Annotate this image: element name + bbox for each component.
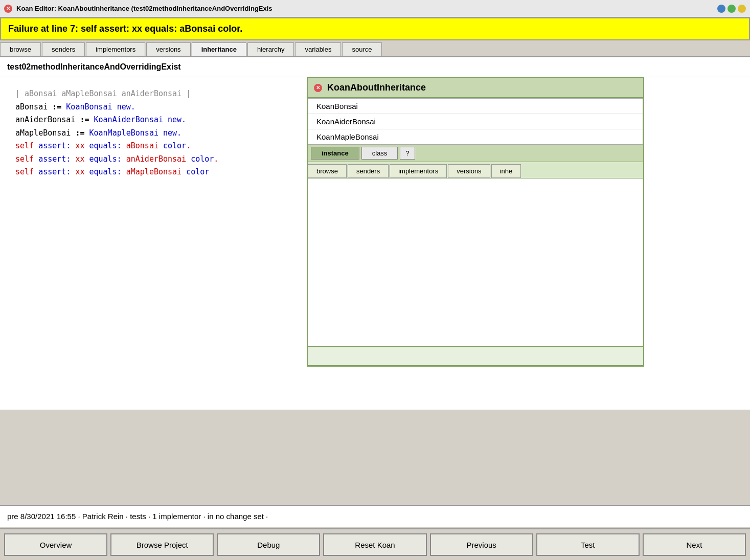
koan-about-inheritance-panel: ✕ KoanAboutInheritance KoanBonsai KoanAi… — [307, 77, 644, 367]
overview-button[interactable]: Overview — [4, 533, 107, 556]
next-button[interactable]: Next — [643, 533, 746, 556]
close-icon: ✕ — [6, 6, 10, 11]
code-line-4: aMapleBonsai := KoanMapleBonsai new. — [15, 127, 286, 140]
tab-versions[interactable]: versions — [146, 42, 190, 56]
class-button[interactable]: class — [361, 147, 398, 160]
tab-browse[interactable]: browse — [0, 42, 41, 56]
reset-koan-button[interactable]: Reset Koan — [323, 533, 426, 556]
class-list-item-koan-maple-bonsai[interactable]: KoanMapleBonsai — [308, 129, 643, 144]
float-panel-titlebar: ✕ KoanAboutInheritance — [308, 78, 643, 98]
blue-icon[interactable] — [717, 5, 725, 13]
sub-tab-bar: browse senders implementors versions inh… — [308, 162, 643, 178]
code-line-7: self assert: xx equals: aMapleBonsai col… — [15, 166, 286, 179]
question-button[interactable]: ? — [400, 147, 415, 160]
code-line-5: self assert: xx equals: aBonsai color. — [15, 140, 286, 153]
main-tab-bar: browse senders implementors versions inh… — [0, 40, 750, 57]
tab-source[interactable]: source — [342, 42, 381, 56]
code-line-1: | aBonsai aMapleBonsai anAiderBonsai | — [15, 87, 286, 101]
sub-tab-implementors[interactable]: implementors — [390, 164, 447, 178]
status-text: pre 8/30/2021 16:55 · Patrick Rein · tes… — [7, 512, 268, 521]
title-icons — [717, 5, 746, 13]
tab-senders[interactable]: senders — [42, 42, 85, 56]
instance-button[interactable]: instance — [311, 147, 359, 160]
instance-class-bar: instance class ? — [308, 145, 643, 162]
tab-variables[interactable]: variables — [295, 42, 341, 56]
tab-implementors[interactable]: implementors — [86, 42, 145, 56]
float-input-bar[interactable] — [308, 347, 643, 366]
window-title: Koan Editor: KoanAboutInheritance (test0… — [16, 5, 272, 12]
tab-hierarchy[interactable]: hierarchy — [247, 42, 294, 56]
class-list: KoanBonsai KoanAiderBonsai KoanMapleBons… — [308, 98, 643, 145]
title-bar: ✕ Koan Editor: KoanAboutInheritance (tes… — [0, 0, 750, 17]
debug-button[interactable]: Debug — [217, 533, 320, 556]
sub-tab-browse[interactable]: browse — [308, 164, 347, 178]
close-button[interactable]: ✕ — [4, 5, 12, 13]
status-bar: pre 8/30/2021 16:55 · Patrick Rein · tes… — [0, 505, 750, 527]
code-area: | aBonsai aMapleBonsai anAiderBonsai | a… — [0, 77, 302, 410]
browse-project-button[interactable]: Browse Project — [110, 533, 214, 556]
failure-text: Failure at line 7: self assert: xx equal… — [8, 24, 242, 34]
code-line-2: aBonsai := KoanBonsai new. — [15, 101, 286, 114]
float-panel-close-button[interactable]: ✕ — [314, 84, 322, 92]
sub-tab-versions[interactable]: versions — [448, 164, 490, 178]
sub-tab-inhe[interactable]: inhe — [491, 164, 521, 178]
failure-bar: Failure at line 7: self assert: xx equal… — [0, 17, 750, 40]
previous-button[interactable]: Previous — [430, 533, 533, 556]
float-panel-content — [308, 178, 643, 347]
green-icon[interactable] — [728, 5, 736, 13]
sub-tab-senders[interactable]: senders — [348, 164, 389, 178]
bottom-bar: Overview Browse Project Debug Reset Koan… — [0, 528, 750, 560]
code-line-3: anAiderBonsai := KoanAiderBonsai new. — [15, 114, 286, 127]
float-close-icon: ✕ — [316, 85, 320, 91]
test-button[interactable]: Test — [536, 533, 640, 556]
class-list-item-koan-aider-bonsai[interactable]: KoanAiderBonsai — [308, 114, 643, 129]
class-list-item-koan-bonsai[interactable]: KoanBonsai — [308, 99, 643, 114]
float-panel-title-text: KoanAboutInheritance — [327, 82, 426, 93]
yellow-icon[interactable] — [738, 5, 746, 13]
main-content: | aBonsai aMapleBonsai anAiderBonsai | a… — [0, 77, 750, 410]
tab-inheritance[interactable]: inheritance — [192, 42, 246, 56]
code-line-6: self assert: xx equals: anAiderBonsai co… — [15, 153, 286, 166]
method-title: test02methodInheritanceAndOverridingExis… — [0, 57, 750, 77]
